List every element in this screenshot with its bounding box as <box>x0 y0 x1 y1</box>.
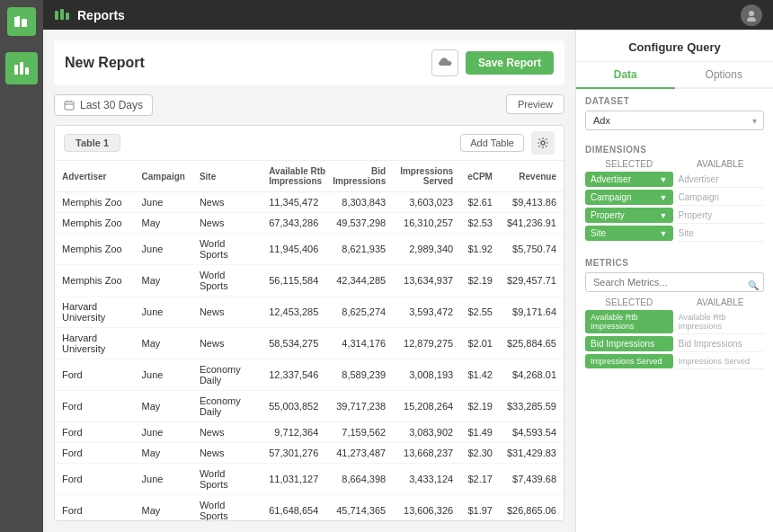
table-cell: 8,303,843 <box>325 192 393 213</box>
table-cell: $2.55 <box>460 297 500 328</box>
dimensions-selected-col: SELECTED Advertiser ▼ Campaign ▼ Propert… <box>585 159 673 244</box>
table-cell: June <box>135 192 192 213</box>
dataset-section: DATASET Adx <box>576 89 773 137</box>
table-cell: $2.19 <box>460 265 500 297</box>
table-cell: Ford <box>55 359 135 391</box>
table-cell: $2.17 <box>460 464 500 495</box>
dim-available-campaign[interactable]: Campaign <box>677 190 765 206</box>
metric-available-bid[interactable]: Bid Impressions <box>677 336 765 352</box>
configure-title: Configure Query <box>576 30 773 62</box>
table-cell: 11,345,472 <box>262 192 325 213</box>
sidebar <box>0 0 43 532</box>
table-tab-1[interactable]: Table 1 <box>64 134 120 152</box>
table-cell: 12,337,546 <box>262 359 325 391</box>
metric-tag-bid-impressions[interactable]: Bid Impressions <box>585 336 673 351</box>
metrics-section: METRICS SELECTED Available Rtb Impressio… <box>576 251 773 378</box>
table-cell: May <box>135 443 192 464</box>
metric-tag-available-rtb[interactable]: Available Rtb Impressions <box>585 310 673 333</box>
metrics-available-label: AVAILABLE <box>677 297 765 307</box>
table-cell: News <box>192 443 262 464</box>
svg-rect-5 <box>25 67 29 75</box>
metrics-label: METRICS <box>585 258 764 268</box>
dim-filter-icon-2: ▼ <box>660 193 668 202</box>
dim-tag-advertiser[interactable]: Advertiser ▼ <box>585 172 673 187</box>
dataset-select-wrapper: Adx <box>585 111 764 130</box>
table-cell: World Sports <box>192 495 262 522</box>
date-filter[interactable]: Last 30 Days <box>54 94 153 116</box>
date-filter-row: Last 30 Days Preview <box>54 94 564 116</box>
metrics-available-col: AVAILABLE Available Rtb Impressions Bid … <box>677 297 765 371</box>
table-cell: 12,453,285 <box>262 297 325 328</box>
svg-point-15 <box>541 141 545 145</box>
table-cell: May <box>135 213 192 234</box>
table-body: Memphis ZooJuneNews11,345,4728,303,8433,… <box>55 192 564 522</box>
main-content: Reports New Report Save Report <box>43 0 773 532</box>
table-cell: 3,603,023 <box>393 192 460 213</box>
table-cell: Harvard University <box>55 297 135 328</box>
table-cell: $2.19 <box>460 391 500 422</box>
dataset-select[interactable]: Adx <box>585 111 764 130</box>
dim-available-advertiser[interactable]: Advertiser <box>677 172 765 188</box>
dimensions-selected-label: SELECTED <box>585 159 673 169</box>
dim-available-site[interactable]: Site <box>677 226 765 242</box>
table-cell: May <box>135 328 192 359</box>
table-row: FordMayWorld Sports61,648,65445,714,3651… <box>55 495 564 522</box>
table-cell: Ford <box>55 391 135 422</box>
metrics-search-input[interactable] <box>585 272 764 292</box>
table-cell: $1.97 <box>460 495 500 522</box>
col-advertiser: Advertiser <box>55 161 135 192</box>
sidebar-item-reports[interactable] <box>5 52 38 84</box>
dimensions-label: DIMENSIONS <box>585 145 764 155</box>
dim-tag-site[interactable]: Site ▼ <box>585 226 673 241</box>
table-cell: 42,344,285 <box>325 265 393 297</box>
svg-point-9 <box>749 11 754 16</box>
table-cell: News <box>192 192 262 213</box>
table-cell: World Sports <box>192 234 262 265</box>
table-cell: $4,268.01 <box>500 359 564 391</box>
table-cell: $5,750.74 <box>500 234 564 265</box>
table-cell: $1.92 <box>460 234 500 265</box>
svg-rect-3 <box>14 65 18 75</box>
table-settings-icon[interactable] <box>531 131 555 155</box>
table-row: Memphis ZooMayNews67,343,28649,537,29816… <box>55 213 564 234</box>
col-revenue: Revenue <box>500 161 564 192</box>
metric-tag-impressions-served[interactable]: Impressions Served <box>585 354 673 368</box>
app-logo[interactable] <box>7 7 36 36</box>
table-cell: $33,285.59 <box>500 391 564 422</box>
svg-point-10 <box>747 17 756 22</box>
table-cell: 55,003,852 <box>262 391 325 422</box>
table-container: Table 1 Add Table Advertiser Campaign <box>54 125 564 521</box>
table-cell: 16,310,257 <box>393 213 460 234</box>
table-cell: 39,717,238 <box>325 391 393 422</box>
table-cell: Memphis Zoo <box>55 234 135 265</box>
table-cell: 57,301,276 <box>262 443 325 464</box>
cloud-icon-button[interactable] <box>431 49 458 76</box>
table-cell: 3,008,193 <box>393 359 460 391</box>
col-impressions-served: ImpressionsServed <box>393 161 460 192</box>
preview-button[interactable]: Preview <box>506 94 564 114</box>
metric-available-served[interactable]: Impressions Served <box>677 354 765 369</box>
table-cell: May <box>135 265 192 297</box>
table-cell: June <box>135 297 192 328</box>
table-cell: $29,457.71 <box>500 265 564 297</box>
config-tab-options[interactable]: Options <box>675 62 774 89</box>
table-cell: Memphis Zoo <box>55 213 135 234</box>
table-cell: 3,433,124 <box>393 464 460 495</box>
save-report-button[interactable]: Save Report <box>466 51 554 75</box>
svg-rect-0 <box>14 16 20 27</box>
table-row: Memphis ZooMayWorld Sports56,115,58442,3… <box>55 265 564 297</box>
dim-tag-property[interactable]: Property ▼ <box>585 208 673 223</box>
add-table-button[interactable]: Add Table <box>460 134 524 152</box>
dim-tag-campaign[interactable]: Campaign ▼ <box>585 190 673 205</box>
dim-available-property[interactable]: Property <box>677 208 765 224</box>
avatar[interactable] <box>741 4 762 26</box>
table-cell: 11,031,127 <box>262 464 325 495</box>
calendar-icon <box>64 100 75 111</box>
table-cell: Harvard University <box>55 328 135 359</box>
table-cell: 7,159,562 <box>325 422 393 443</box>
metric-available-rtb[interactable]: Available Rtb Impressions <box>677 310 765 334</box>
table-cell: Ford <box>55 443 135 464</box>
config-tab-data[interactable]: Data <box>576 62 675 89</box>
table-cell: $2.01 <box>460 328 500 359</box>
svg-rect-11 <box>65 102 74 110</box>
